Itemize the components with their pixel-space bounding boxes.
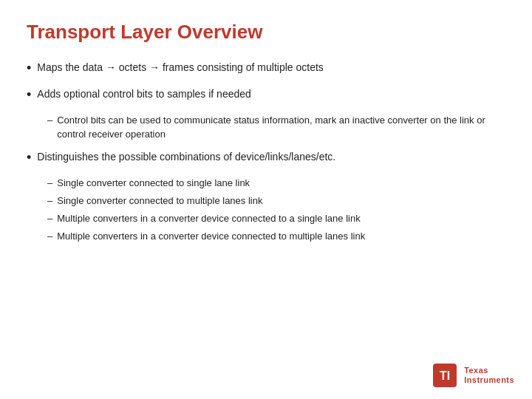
sub-dash-3d: – xyxy=(47,229,52,244)
sub-text-3d: Multiple converters in a converter devic… xyxy=(57,229,365,244)
sub-bullet-3b: – Single converter connected to multiple… xyxy=(47,194,505,208)
sub-dash-3a: – xyxy=(47,176,52,191)
sub-text-3c: Multiple converters in a converter devic… xyxy=(57,211,360,226)
bullet-text-3: Distinguishes the possible combinations … xyxy=(37,149,335,166)
sub-dash-3b: – xyxy=(47,194,52,208)
sub-bullet-3d: – Multiple converters in a converter dev… xyxy=(47,229,505,244)
sub-bullet-3c: – Multiple converters in a converter dev… xyxy=(47,211,505,226)
bullet-item-1: • Maps the data → octets → frames consis… xyxy=(27,60,505,79)
svg-text:TI: TI xyxy=(440,369,450,382)
bullet-dot-3: • xyxy=(27,148,31,168)
bullet-item-3: • Distinguishes the possible combination… xyxy=(27,149,505,168)
bullet-dot-1: • xyxy=(27,58,31,79)
logo-area: TI Texas Instruments xyxy=(432,362,514,389)
slide: Transport Layer Overview • Maps the data… xyxy=(0,0,532,399)
ti-logo-line1: Texas xyxy=(464,366,514,375)
content-area: • Maps the data → octets → frames consis… xyxy=(27,60,505,244)
sub-text-3b: Single converter connected to multiple l… xyxy=(57,194,262,208)
sub-bullet-2a: – Control bits can be used to communicat… xyxy=(47,113,505,142)
bullet-text-2: Adds optional control bits to samples if… xyxy=(37,86,251,103)
sub-dash-3c: – xyxy=(47,211,52,226)
sub-text-3a: Single converter connected to single lan… xyxy=(57,176,250,191)
ti-logo-icon: TI xyxy=(432,362,458,389)
sub-text-2a: Control bits can be used to communicate … xyxy=(57,113,505,142)
bullet-item-2: • Adds optional control bits to samples … xyxy=(27,86,505,106)
sub-bullets-3: – Single converter connected to single l… xyxy=(47,176,505,245)
ti-logo-line2: Instruments xyxy=(464,375,514,385)
sub-dash-2a: – xyxy=(47,113,52,128)
sub-bullet-3a: – Single converter connected to single l… xyxy=(47,176,505,191)
ti-logo-text: Texas Instruments xyxy=(464,366,514,385)
bullet-dot-2: • xyxy=(27,85,31,106)
slide-title: Transport Layer Overview xyxy=(27,21,505,44)
sub-bullets-2: – Control bits can be used to communicat… xyxy=(47,113,505,142)
bullet-text-1: Maps the data → octets → frames consisti… xyxy=(37,60,324,76)
